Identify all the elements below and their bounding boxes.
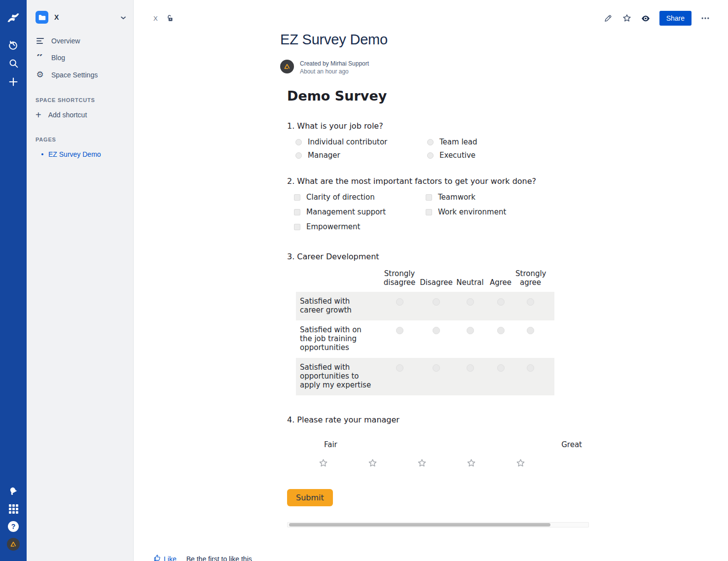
like-button[interactable]: Like	[153, 554, 177, 561]
sidebar-item-space-settings[interactable]: ⚙ Space Settings	[27, 66, 133, 83]
question-2-options: Clarity of direction Teamwork Management…	[287, 193, 582, 231]
checkbox-icon[interactable]	[426, 194, 432, 201]
notifications-bell-icon[interactable]	[5, 483, 21, 499]
question-3-matrix: Strongly disagree Disagree Neutral Agree…	[296, 269, 554, 395]
matrix-column-header: Strongly disagree	[381, 269, 418, 288]
matrix-radio-icon[interactable]	[497, 298, 505, 306]
question-1-options: Individual contributor Team lead Manager…	[287, 138, 582, 160]
space-sidebar: X Overview ” Blog ⚙ Space Settings SPACE…	[27, 0, 134, 561]
option-label: Empowerment	[306, 222, 360, 231]
matrix-radio-icon[interactable]	[467, 298, 474, 306]
matrix-radio-icon[interactable]	[527, 327, 534, 334]
share-button[interactable]: Share	[659, 11, 692, 26]
rating-max-label: Great	[561, 440, 582, 449]
page-link-label: EZ Survey Demo	[48, 150, 101, 158]
sidebar-item-label: Space Settings	[51, 71, 98, 79]
help-icon[interactable]: ?	[5, 519, 21, 534]
radio-icon[interactable]	[295, 152, 302, 159]
matrix-radio-icon[interactable]	[433, 298, 440, 306]
article: EZ Survey Demo Created by Mirhai Support…	[280, 26, 582, 527]
matrix-radio-icon[interactable]	[497, 327, 505, 334]
sidebar-item-blog[interactable]: ” Blog	[27, 49, 133, 66]
star-icon[interactable]	[496, 458, 545, 468]
survey-horizontal-scrollbar[interactable]	[287, 522, 589, 527]
checkbox-option[interactable]: Management support	[294, 208, 426, 216]
profile-avatar[interactable]	[5, 536, 21, 552]
option-label: Teamwork	[438, 193, 475, 202]
more-ellipsis-icon[interactable]	[700, 13, 710, 23]
matrix-radio-icon[interactable]	[396, 298, 403, 306]
submit-button[interactable]: Submit	[287, 489, 333, 506]
radio-icon[interactable]	[427, 139, 434, 145]
checkbox-icon[interactable]	[426, 209, 432, 215]
breadcrumb[interactable]: X	[153, 15, 158, 22]
sidebar-page-ez-survey-demo[interactable]: EZ Survey Demo	[27, 146, 133, 162]
star-icon[interactable]	[298, 458, 348, 468]
matrix-radio-icon[interactable]	[527, 364, 534, 372]
user-avatar-logo-icon	[7, 538, 20, 551]
option-label: Work environment	[438, 208, 506, 216]
like-label: Like	[164, 555, 177, 561]
quote-icon: ”	[36, 54, 44, 61]
matrix-radio-icon[interactable]	[433, 364, 440, 372]
edit-pencil-icon[interactable]	[603, 13, 613, 23]
star-icon[interactable]	[446, 458, 496, 468]
matrix-row-label: Satisfied with on the job training oppor…	[296, 320, 381, 358]
scrollbar-thumb[interactable]	[289, 523, 550, 526]
matrix-radio-icon[interactable]	[396, 364, 403, 372]
question-4-rating: Fair Great	[287, 440, 582, 468]
unlock-icon[interactable]	[165, 13, 175, 23]
sidebar-item-label: Blog	[51, 54, 65, 62]
matrix-radio-icon[interactable]	[467, 327, 474, 334]
matrix-radio-icon[interactable]	[467, 364, 474, 372]
space-name: X	[54, 13, 120, 21]
matrix-radio-icon[interactable]	[433, 327, 440, 334]
matrix-row-label: Satisfied with career growth	[296, 292, 381, 320]
option-label: Manager	[308, 151, 340, 160]
question-4-label: 4. Please rate your manager	[287, 415, 582, 424]
search-icon[interactable]	[5, 55, 21, 71]
create-plus-icon[interactable]	[5, 74, 21, 90]
star-icon[interactable]	[348, 458, 397, 468]
matrix-column-header: Disagree	[418, 278, 454, 288]
watch-eye-icon[interactable]	[641, 13, 651, 23]
radio-icon[interactable]	[295, 139, 302, 145]
align-left-icon	[36, 38, 44, 44]
radio-option[interactable]: Executive	[427, 151, 582, 160]
space-switcher[interactable]: X	[27, 11, 133, 33]
checkbox-icon[interactable]	[294, 194, 300, 201]
checkbox-option[interactable]: Clarity of direction	[294, 193, 426, 202]
option-label: Individual contributor	[308, 138, 387, 146]
favorite-star-icon[interactable]	[622, 13, 632, 23]
byline: Created by Mirhai Support About an hour …	[280, 60, 582, 75]
author-avatar[interactable]	[280, 60, 294, 73]
radio-option[interactable]: Team lead	[427, 138, 582, 146]
star-icon[interactable]	[397, 458, 446, 468]
checkbox-option[interactable]: Work environment	[426, 208, 582, 216]
matrix-column-header: Agree	[486, 278, 515, 288]
app-switcher-grid-icon[interactable]	[5, 501, 21, 517]
matrix-radio-icon[interactable]	[497, 364, 505, 372]
matrix-radio-icon[interactable]	[527, 298, 534, 306]
history-icon[interactable]	[5, 36, 21, 52]
option-label: Management support	[306, 208, 386, 216]
add-shortcut-button[interactable]: + Add shortcut	[27, 107, 133, 123]
confluence-logo-icon[interactable]	[5, 10, 21, 26]
checkbox-option[interactable]: Empowerment	[294, 222, 426, 231]
checkbox-icon[interactable]	[294, 224, 300, 230]
matrix-radio-icon[interactable]	[396, 327, 403, 334]
bullet-dot	[41, 153, 43, 155]
sidebar-item-overview[interactable]: Overview	[27, 33, 133, 49]
radio-icon[interactable]	[427, 152, 434, 159]
pages-header: PAGES	[27, 123, 133, 146]
page-content-area: X	[134, 0, 728, 561]
checkbox-icon[interactable]	[294, 209, 300, 215]
add-shortcut-label: Add shortcut	[48, 111, 87, 119]
matrix-row: Satisfied with career growth	[296, 292, 554, 320]
chevron-down-icon[interactable]	[120, 13, 126, 21]
checkbox-option[interactable]: Teamwork	[426, 193, 582, 202]
radio-option[interactable]: Manager	[295, 151, 427, 160]
radio-option[interactable]: Individual contributor	[295, 138, 427, 146]
help-glyph: ?	[8, 521, 19, 532]
survey-title: Demo Survey	[287, 88, 582, 104]
